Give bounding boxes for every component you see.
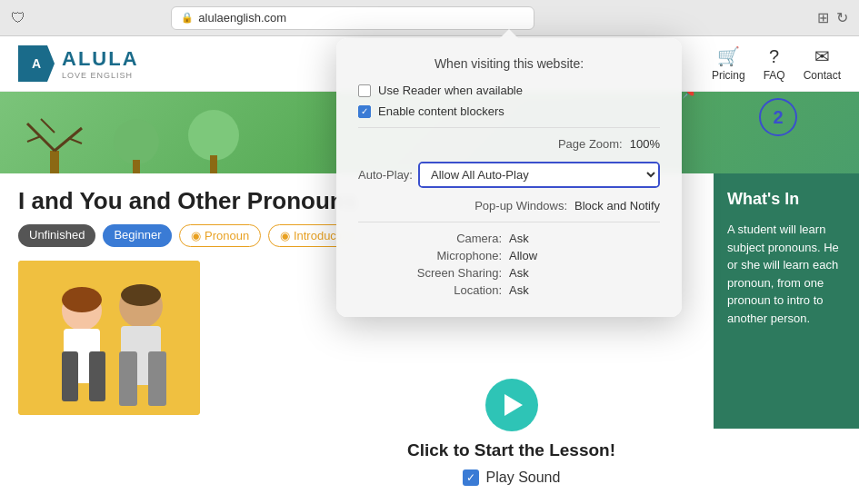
zoom-label: Page Zoom: — [358, 137, 630, 151]
popup-popupwindows-row: Pop-up Windows: Block and Notify — [358, 199, 660, 212]
camera-label: Camera: — [358, 232, 509, 245]
screen-sharing-value: Ask — [509, 266, 660, 280]
enable-blockers-label: Enable content blockers — [378, 104, 504, 118]
popup-windows-value: Block and Notify — [574, 199, 660, 212]
popup-separator-1 — [358, 127, 660, 128]
popup-use-reader-row: Use Reader when available — [358, 84, 660, 97]
zoom-value: 100% — [630, 137, 660, 151]
popup-zoom-row: Page Zoom: 100% — [358, 137, 660, 151]
microphone-label: Microphone: — [358, 249, 509, 262]
camera-value: Ask — [509, 232, 660, 245]
autoplay-select[interactable]: Allow All Auto-Play Stop Media with Soun… — [420, 163, 658, 186]
popup-arrow — [500, 29, 518, 38]
screen-sharing-label: Screen Sharing: — [358, 266, 509, 280]
popup-separator-2 — [358, 222, 660, 222]
use-reader-label: Use Reader when available — [378, 84, 523, 97]
popup-header: When visiting this website: — [358, 56, 660, 71]
popup-permissions-grid: Camera: Ask Microphone: Allow Screen Sha… — [358, 232, 660, 297]
popup-autoplay-row: Auto-Play: Allow All Auto-Play Stop Medi… — [358, 158, 660, 192]
use-reader-checkbox[interactable] — [358, 84, 371, 97]
location-label: Location: — [358, 283, 509, 297]
autoplay-label: Auto-Play: — [358, 168, 418, 182]
autoplay-select-wrapper: Allow All Auto-Play Stop Media with Soun… — [418, 162, 660, 188]
enable-blockers-checkbox[interactable]: ✓ — [358, 105, 371, 118]
site-settings-popup: When visiting this website: Use Reader w… — [336, 38, 682, 317]
popup-windows-label: Pop-up Windows: — [358, 199, 574, 212]
location-value: Ask — [509, 283, 660, 297]
popup-overlay: When visiting this website: Use Reader w… — [0, 0, 859, 504]
circle-badge: 2 — [759, 98, 797, 136]
microphone-value: Allow — [509, 249, 660, 262]
popup-blockers-row: ✓ Enable content blockers — [358, 104, 660, 118]
